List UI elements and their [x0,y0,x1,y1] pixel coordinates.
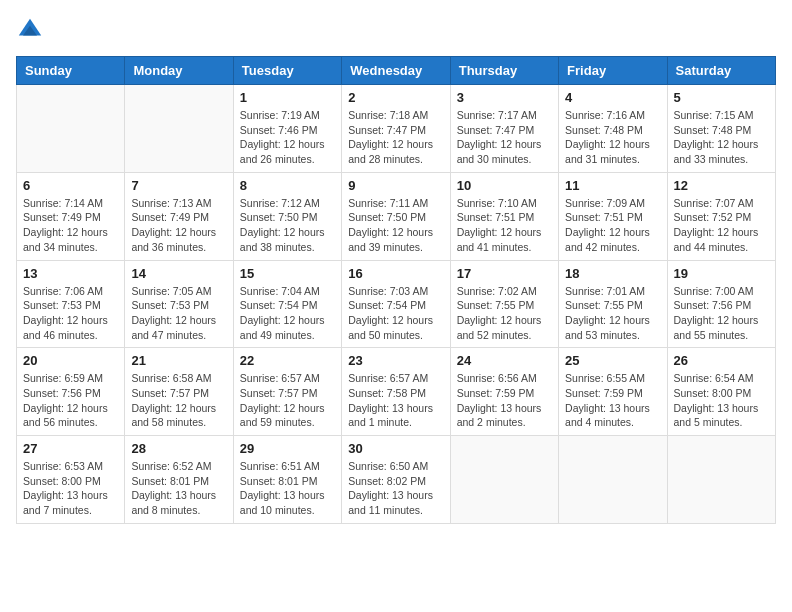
day-info: Sunrise: 7:19 AMSunset: 7:46 PMDaylight:… [240,108,335,167]
day-info: Sunrise: 7:06 AMSunset: 7:53 PMDaylight:… [23,284,118,343]
day-number: 11 [565,178,660,193]
calendar-cell: 25Sunrise: 6:55 AMSunset: 7:59 PMDayligh… [559,348,667,436]
calendar-cell: 6Sunrise: 7:14 AMSunset: 7:49 PMDaylight… [17,172,125,260]
day-info: Sunrise: 7:07 AMSunset: 7:52 PMDaylight:… [674,196,769,255]
day-number: 28 [131,441,226,456]
calendar-cell: 5Sunrise: 7:15 AMSunset: 7:48 PMDaylight… [667,85,775,173]
day-info: Sunrise: 7:17 AMSunset: 7:47 PMDaylight:… [457,108,552,167]
day-number: 18 [565,266,660,281]
calendar-cell: 9Sunrise: 7:11 AMSunset: 7:50 PMDaylight… [342,172,450,260]
day-number: 10 [457,178,552,193]
day-number: 27 [23,441,118,456]
day-info: Sunrise: 7:18 AMSunset: 7:47 PMDaylight:… [348,108,443,167]
calendar-cell: 13Sunrise: 7:06 AMSunset: 7:53 PMDayligh… [17,260,125,348]
calendar-cell: 30Sunrise: 6:50 AMSunset: 8:02 PMDayligh… [342,436,450,524]
day-number: 26 [674,353,769,368]
day-info: Sunrise: 6:55 AMSunset: 7:59 PMDaylight:… [565,371,660,430]
day-number: 19 [674,266,769,281]
day-number: 12 [674,178,769,193]
weekday-header-monday: Monday [125,57,233,85]
day-info: Sunrise: 7:04 AMSunset: 7:54 PMDaylight:… [240,284,335,343]
day-info: Sunrise: 7:09 AMSunset: 7:51 PMDaylight:… [565,196,660,255]
calendar-cell: 4Sunrise: 7:16 AMSunset: 7:48 PMDaylight… [559,85,667,173]
day-info: Sunrise: 7:02 AMSunset: 7:55 PMDaylight:… [457,284,552,343]
day-number: 14 [131,266,226,281]
calendar-cell [667,436,775,524]
day-number: 3 [457,90,552,105]
weekday-header-wednesday: Wednesday [342,57,450,85]
calendar-cell: 18Sunrise: 7:01 AMSunset: 7:55 PMDayligh… [559,260,667,348]
day-info: Sunrise: 7:14 AMSunset: 7:49 PMDaylight:… [23,196,118,255]
calendar-cell: 21Sunrise: 6:58 AMSunset: 7:57 PMDayligh… [125,348,233,436]
day-info: Sunrise: 7:16 AMSunset: 7:48 PMDaylight:… [565,108,660,167]
calendar-cell: 15Sunrise: 7:04 AMSunset: 7:54 PMDayligh… [233,260,341,348]
calendar-week-5: 27Sunrise: 6:53 AMSunset: 8:00 PMDayligh… [17,436,776,524]
weekday-header-row: SundayMondayTuesdayWednesdayThursdayFrid… [17,57,776,85]
day-info: Sunrise: 6:50 AMSunset: 8:02 PMDaylight:… [348,459,443,518]
calendar-week-4: 20Sunrise: 6:59 AMSunset: 7:56 PMDayligh… [17,348,776,436]
calendar-cell: 29Sunrise: 6:51 AMSunset: 8:01 PMDayligh… [233,436,341,524]
page-header [16,16,776,44]
day-number: 25 [565,353,660,368]
day-number: 5 [674,90,769,105]
calendar-cell [17,85,125,173]
calendar-cell: 8Sunrise: 7:12 AMSunset: 7:50 PMDaylight… [233,172,341,260]
calendar-cell: 14Sunrise: 7:05 AMSunset: 7:53 PMDayligh… [125,260,233,348]
calendar-cell: 26Sunrise: 6:54 AMSunset: 8:00 PMDayligh… [667,348,775,436]
day-info: Sunrise: 6:51 AMSunset: 8:01 PMDaylight:… [240,459,335,518]
day-info: Sunrise: 7:05 AMSunset: 7:53 PMDaylight:… [131,284,226,343]
calendar-cell: 10Sunrise: 7:10 AMSunset: 7:51 PMDayligh… [450,172,558,260]
calendar-cell: 16Sunrise: 7:03 AMSunset: 7:54 PMDayligh… [342,260,450,348]
logo [16,16,48,44]
day-number: 15 [240,266,335,281]
calendar-cell [559,436,667,524]
day-number: 9 [348,178,443,193]
day-info: Sunrise: 7:00 AMSunset: 7:56 PMDaylight:… [674,284,769,343]
day-number: 8 [240,178,335,193]
calendar-cell: 19Sunrise: 7:00 AMSunset: 7:56 PMDayligh… [667,260,775,348]
weekday-header-tuesday: Tuesday [233,57,341,85]
day-info: Sunrise: 6:52 AMSunset: 8:01 PMDaylight:… [131,459,226,518]
day-info: Sunrise: 6:57 AMSunset: 7:58 PMDaylight:… [348,371,443,430]
calendar-cell: 11Sunrise: 7:09 AMSunset: 7:51 PMDayligh… [559,172,667,260]
calendar-cell: 20Sunrise: 6:59 AMSunset: 7:56 PMDayligh… [17,348,125,436]
calendar-cell: 24Sunrise: 6:56 AMSunset: 7:59 PMDayligh… [450,348,558,436]
day-number: 2 [348,90,443,105]
day-number: 24 [457,353,552,368]
calendar-cell: 17Sunrise: 7:02 AMSunset: 7:55 PMDayligh… [450,260,558,348]
day-number: 13 [23,266,118,281]
calendar-cell: 3Sunrise: 7:17 AMSunset: 7:47 PMDaylight… [450,85,558,173]
day-number: 7 [131,178,226,193]
day-number: 6 [23,178,118,193]
weekday-header-saturday: Saturday [667,57,775,85]
day-info: Sunrise: 7:01 AMSunset: 7:55 PMDaylight:… [565,284,660,343]
calendar-cell: 1Sunrise: 7:19 AMSunset: 7:46 PMDaylight… [233,85,341,173]
day-number: 22 [240,353,335,368]
day-number: 4 [565,90,660,105]
day-info: Sunrise: 6:56 AMSunset: 7:59 PMDaylight:… [457,371,552,430]
day-number: 17 [457,266,552,281]
day-info: Sunrise: 7:13 AMSunset: 7:49 PMDaylight:… [131,196,226,255]
day-number: 20 [23,353,118,368]
calendar-cell: 27Sunrise: 6:53 AMSunset: 8:00 PMDayligh… [17,436,125,524]
calendar-cell: 12Sunrise: 7:07 AMSunset: 7:52 PMDayligh… [667,172,775,260]
logo-icon [16,16,44,44]
day-info: Sunrise: 7:10 AMSunset: 7:51 PMDaylight:… [457,196,552,255]
calendar-cell: 23Sunrise: 6:57 AMSunset: 7:58 PMDayligh… [342,348,450,436]
calendar-cell: 22Sunrise: 6:57 AMSunset: 7:57 PMDayligh… [233,348,341,436]
calendar-week-3: 13Sunrise: 7:06 AMSunset: 7:53 PMDayligh… [17,260,776,348]
day-number: 1 [240,90,335,105]
calendar-cell [450,436,558,524]
day-info: Sunrise: 7:11 AMSunset: 7:50 PMDaylight:… [348,196,443,255]
calendar-week-1: 1Sunrise: 7:19 AMSunset: 7:46 PMDaylight… [17,85,776,173]
calendar-cell [125,85,233,173]
day-info: Sunrise: 6:58 AMSunset: 7:57 PMDaylight:… [131,371,226,430]
calendar-cell: 28Sunrise: 6:52 AMSunset: 8:01 PMDayligh… [125,436,233,524]
calendar-week-2: 6Sunrise: 7:14 AMSunset: 7:49 PMDaylight… [17,172,776,260]
calendar-cell: 2Sunrise: 7:18 AMSunset: 7:47 PMDaylight… [342,85,450,173]
day-info: Sunrise: 6:59 AMSunset: 7:56 PMDaylight:… [23,371,118,430]
day-number: 29 [240,441,335,456]
calendar-table: SundayMondayTuesdayWednesdayThursdayFrid… [16,56,776,524]
day-info: Sunrise: 7:12 AMSunset: 7:50 PMDaylight:… [240,196,335,255]
weekday-header-thursday: Thursday [450,57,558,85]
